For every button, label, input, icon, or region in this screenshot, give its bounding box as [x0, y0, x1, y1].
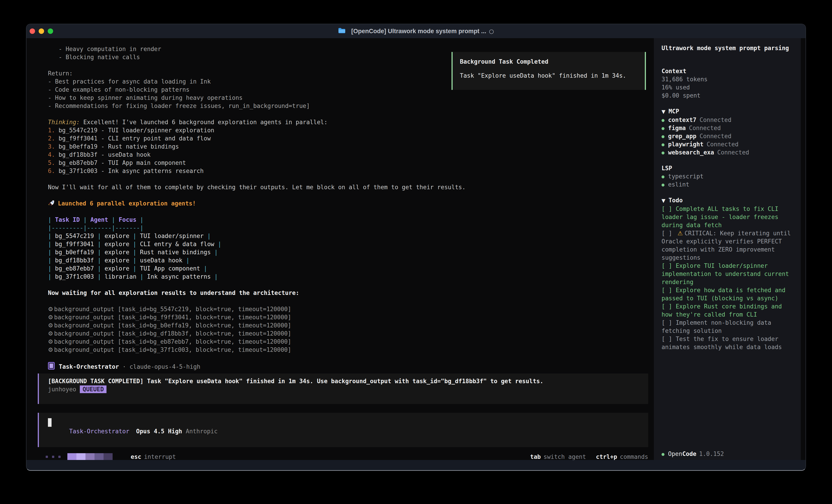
ctrlp-key-hint: ctrl+p	[596, 453, 617, 460]
todo-item: [ ] Complete ALL tasks to fix CLI loader…	[661, 205, 793, 229]
mcp-item: figmaConnected	[661, 124, 793, 132]
todo-text: Complete ALL tasks to fix CLI loader lag…	[661, 205, 778, 228]
terminal-line: - Heavy computation in render	[48, 45, 466, 53]
terminal-line	[48, 281, 466, 289]
connected-status-icon	[661, 143, 665, 146]
terminal-line: ⚙background_output [task_id=bg_eb87ebb7,…	[48, 338, 466, 346]
terminal-line: - Blocking native calls	[48, 53, 466, 61]
todo-checkbox: [ ]	[661, 303, 676, 310]
tab-action-label: switch agent	[544, 453, 586, 460]
mcp-section: ▼MCP context7ConnectedfigmaConnectedgrep…	[661, 107, 793, 157]
queued-message-text: [BACKGROUND TASK COMPLETED] Task "Explor…	[48, 377, 639, 385]
app-version: 1.0.152	[699, 450, 724, 457]
status-bar: esc interrupt tab switch agent ctrl+p co…	[46, 453, 648, 461]
esc-action-label: interrupt	[144, 453, 176, 460]
lsp-list: typescripteslint	[661, 172, 793, 189]
titlebar[interactable]: [OpenCode] Ultrawork mode system prompt …	[26, 24, 806, 38]
todo-item: [ ] Test the fix to ensure loader animat…	[661, 335, 793, 351]
terminal-line: ⚙background_output [task_id=bg_5547c219,…	[48, 305, 466, 313]
mcp-item: websearch_exaConnected	[661, 148, 793, 157]
terminal-line: Task-Orchestrator · claude-opus-4-5-high	[48, 362, 466, 370]
window-title: [OpenCode] Ultrawork mode system prompt …	[352, 28, 486, 35]
mcp-item: playwrightConnected	[661, 140, 793, 148]
toast-title: Background Task Completed	[460, 58, 638, 65]
lsp-heading: LSP	[661, 164, 793, 172]
todo-checkbox: [ ]	[661, 230, 676, 236]
background-task-toast: Background Task Completed Task "Explore …	[451, 52, 646, 90]
mcp-item: grep_appConnected	[661, 132, 793, 140]
connected-status-icon	[661, 127, 665, 130]
queued-message-panel: [BACKGROUND TASK COMPLETED] Task "Explor…	[38, 373, 648, 404]
minimize-button[interactable]	[38, 28, 44, 34]
todo-item: [ ] Explore how data is fetched and pass…	[661, 286, 793, 302]
mcp-list: context7ConnectedfigmaConnectedgrep_appC…	[661, 116, 793, 157]
todo-checkbox: [ ]	[661, 287, 676, 293]
input-footer: Task-OrchestratorOpus 4.5 HighAnthropic	[48, 419, 217, 444]
terminal-line: - How to keep spinner animating during h…	[48, 94, 466, 102]
connected-status-icon	[661, 184, 665, 187]
lsp-item: eslint	[661, 180, 793, 189]
terminal-line: | bg_eb87ebb7 | explore | TUI App compon…	[48, 264, 466, 273]
esc-key-hint: esc	[131, 453, 141, 460]
window-bottom-strip	[26, 460, 806, 470]
terminal-line: ⚙background_output [task_id=bg_37f1c003,…	[48, 346, 466, 354]
todo-list: [ ] Complete ALL tasks to fix CLI loader…	[661, 205, 793, 351]
mcp-heading[interactable]: ▼MCP	[661, 107, 793, 116]
terminal-line	[48, 297, 466, 305]
mcp-item: context7Connected	[661, 116, 793, 124]
todo-text: Test the fix to ensure loader animates s…	[661, 336, 782, 351]
terminal-line: 3. bg_b0effa19 - Rust native bindings	[48, 142, 466, 150]
lsp-item: typescript	[661, 172, 793, 180]
terminal-line: Now I'll wait for all of them to complet…	[48, 183, 466, 191]
terminal-output: - Heavy computation in render - Blocking…	[48, 45, 466, 370]
todo-item: [ ] Explore Rust core bindings and how t…	[661, 302, 793, 318]
context-section: Context 31,686 tokens 16% used $0.00 spe…	[661, 67, 793, 100]
session-title: Ultrawork mode system prompt parsing	[661, 44, 793, 52]
terminal-line: | bg_5547c219 | explore | TUI loader/spi…	[48, 232, 466, 240]
terminal-line	[48, 207, 466, 216]
terminal-line: 5. bg_eb87ebb7 - TUI App main component	[48, 159, 466, 167]
prompt-input[interactable]: Task-OrchestratorOpus 4.5 HighAnthropic	[38, 413, 648, 447]
terminal-line: ⚙background_output [task_id=bg_b0effa19,…	[48, 321, 466, 330]
lsp-section: LSP typescripteslint	[661, 164, 793, 189]
todo-text: Explore TUI loader/spinner implementatio…	[661, 262, 789, 285]
terminal-line: | bg_df18bb3f | explore | useData hook |	[48, 256, 466, 264]
terminal-line: Return:	[48, 69, 466, 78]
terminal-line: - Best practices for async data loading …	[48, 78, 466, 86]
terminal-window: [OpenCode] Ultrawork mode system prompt …	[26, 24, 806, 471]
chevron-down-icon: ▼	[661, 198, 666, 203]
terminal-line	[48, 191, 466, 199]
todo-text: Implement non-blocking data fetching sol…	[661, 319, 771, 334]
terminal-line: ⚙background_output [task_id=bg_df18bb3f,…	[48, 330, 466, 338]
todo-checkbox: [ ]	[661, 262, 676, 269]
model-name: Opus 4.5 High	[136, 428, 182, 435]
terminal-line: Thinking: Excellent! I've launched 6 bac…	[48, 118, 466, 126]
terminal-line	[48, 61, 466, 69]
terminal-line	[48, 110, 466, 118]
sidebar-footer: OpenCode1.0.152	[661, 450, 724, 458]
terminal-line: 4. bg_df18bb3f - useData hook	[48, 150, 466, 159]
message-author: junhoyeo	[48, 386, 76, 393]
warning-icon: ⚠	[678, 230, 683, 236]
zoom-button[interactable]	[48, 28, 53, 34]
tab-key-hint: tab	[530, 453, 541, 460]
terminal-line	[48, 175, 466, 183]
progress-spinner	[46, 453, 112, 460]
connected-status-icon	[661, 119, 665, 122]
todo-section: ▼Todo [ ] Complete ALL tasks to fix CLI …	[661, 196, 793, 351]
traffic-lights	[30, 24, 53, 38]
terminal-line: Now waiting for all exploration results …	[48, 289, 466, 297]
brand-name: Open	[668, 450, 682, 457]
todo-heading[interactable]: ▼Todo	[661, 196, 793, 205]
close-button[interactable]	[30, 28, 35, 34]
connected-status-icon	[661, 175, 665, 178]
shell-status-icon: ○	[489, 28, 494, 34]
terminal-line	[48, 354, 466, 362]
queued-status-badge: QUEUED	[80, 386, 106, 393]
connected-status-icon	[661, 135, 665, 138]
chevron-down-icon: ▼	[661, 109, 666, 114]
ctrlp-action-label: commands	[620, 453, 648, 460]
context-tokens: 31,686 tokens	[661, 75, 793, 83]
todo-item: [ ] Explore TUI loader/spinner implement…	[661, 262, 793, 286]
todo-text: Explore Rust core bindings and how they'…	[661, 303, 782, 318]
